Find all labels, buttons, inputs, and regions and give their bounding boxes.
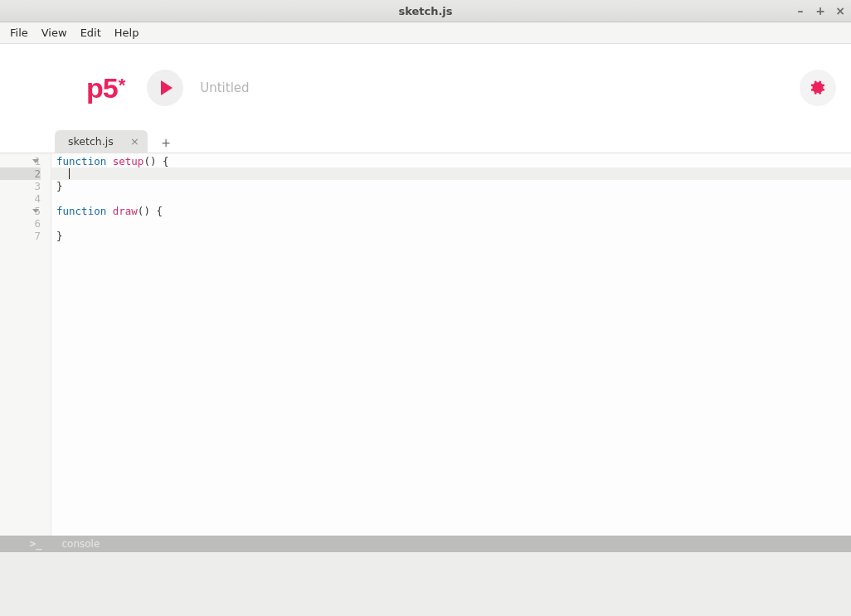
menu-edit[interactable]: Edit (74, 23, 108, 42)
logo-star: * (119, 75, 126, 96)
menu-bar: File View Edit Help (0, 22, 851, 44)
line-number[interactable]: 5 (0, 205, 41, 217)
line-number[interactable]: 1 (0, 155, 41, 167)
editor-code-area[interactable]: function setup() { } function draw() { } (51, 153, 851, 536)
p5-logo: p5 * (86, 72, 125, 104)
play-icon (161, 80, 173, 95)
tab-label: sketch.js (68, 135, 114, 148)
tab-close-icon[interactable]: × (130, 135, 139, 148)
console-header[interactable]: >_ console (0, 536, 851, 552)
editor-gutter: 1 2 3 4 5 6 7 (0, 153, 51, 536)
logo-text: p5 (86, 72, 118, 104)
gear-icon (810, 80, 826, 96)
code-line[interactable]: } (51, 230, 851, 242)
sketch-name[interactable]: Untitled (200, 80, 249, 95)
code-line[interactable] (51, 167, 851, 180)
run-button[interactable] (147, 70, 183, 106)
code-line[interactable]: function setup() { (51, 155, 851, 167)
tab-sketch-js[interactable]: sketch.js × (55, 130, 148, 153)
app-content: p5 * Untitled sketch.js × + 1 2 3 4 5 6 (0, 44, 851, 616)
console-prompt-icon: >_ (30, 538, 41, 550)
window-controls: – + × (795, 0, 846, 22)
console-panel[interactable] (0, 552, 851, 616)
settings-button[interactable] (800, 70, 836, 106)
window-titlebar: sketch.js – + × (0, 0, 851, 22)
line-number[interactable]: 6 (0, 217, 41, 230)
toolbar: p5 * Untitled (0, 67, 851, 109)
code-editor[interactable]: 1 2 3 4 5 6 7 function setup() { } funct… (0, 153, 851, 536)
line-number[interactable]: 2 (0, 167, 41, 180)
minimize-button[interactable]: – (795, 5, 806, 17)
line-number[interactable]: 4 (0, 192, 41, 205)
menu-help[interactable]: Help (108, 23, 146, 42)
tab-bar: sketch.js × + (0, 130, 851, 153)
code-line[interactable]: } (51, 180, 851, 192)
code-line[interactable] (51, 192, 851, 205)
window-title: sketch.js (0, 5, 851, 17)
text-cursor (69, 168, 70, 179)
menu-view[interactable]: View (35, 23, 74, 42)
code-line[interactable]: function draw() { (51, 205, 851, 217)
close-window-button[interactable]: × (834, 5, 846, 17)
tab-add-button[interactable]: + (154, 136, 177, 153)
menu-file[interactable]: File (3, 23, 35, 42)
line-number[interactable]: 7 (0, 230, 41, 242)
line-number[interactable]: 3 (0, 180, 41, 192)
maximize-button[interactable]: + (815, 5, 826, 17)
console-label: console (61, 538, 100, 550)
code-line[interactable] (51, 217, 851, 230)
